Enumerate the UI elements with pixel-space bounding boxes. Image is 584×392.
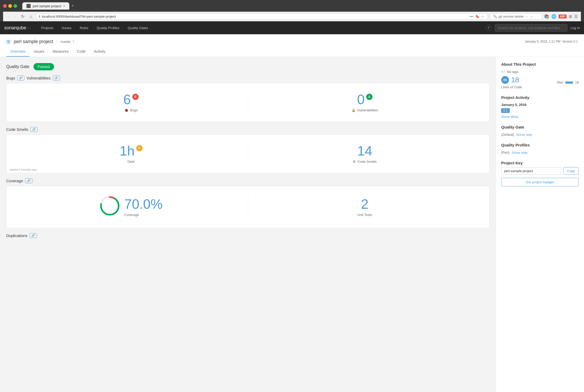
login-btn[interactable]: Log In: [571, 26, 580, 30]
nav-quality-profiles[interactable]: Quality Profiles: [92, 21, 123, 34]
about-title: About This Project: [501, 62, 579, 66]
coverage-metric: 70.0% Coverage: [14, 191, 248, 222]
project-key-input[interactable]: [501, 167, 561, 175]
coverage-card: 70.0% Coverage 2: [6, 186, 490, 228]
nav-quality-gates[interactable]: Quality Gates: [124, 21, 152, 34]
debt-label: Debt: [127, 160, 134, 164]
nav-issues[interactable]: Issues: [58, 21, 76, 34]
vuln-rating-badge: A: [366, 94, 372, 100]
new-tab-btn[interactable]: +: [69, 2, 76, 10]
lock-icon: 🔒: [351, 108, 356, 112]
side-panel: About This Project 🏷 No tags XS 18 Lines…: [496, 57, 584, 392]
sidebar-quality-profiles-title: Quality Profiles: [501, 143, 579, 147]
quality-gate-status: Passed: [33, 63, 54, 70]
lang-bar: [565, 82, 573, 84]
quality-gate-row: Quality Gate Passed: [6, 63, 490, 70]
nav-rules[interactable]: Rules: [76, 21, 92, 34]
quality-gate-link[interactable]: Sonar way: [516, 133, 532, 137]
bookmark-icon[interactable]: 🔖: [475, 15, 479, 18]
search-icon: 🔍: [493, 15, 497, 18]
tab-issues[interactable]: Issues: [30, 47, 48, 57]
help-btn[interactable]: ?: [485, 25, 492, 31]
sidebar-toggle-icon[interactable]: ⊞: [569, 14, 572, 19]
lang-row: Perl 18: [557, 80, 579, 84]
code-smells-link-icon[interactable]: 🔗: [30, 127, 38, 132]
branch-info: master ?: [60, 40, 74, 44]
tag-icon: 🏷: [501, 70, 505, 74]
loc-count: 18: [511, 76, 519, 84]
bugs-label: 🐞 Bugs: [124, 108, 138, 112]
maximize-window-btn[interactable]: [13, 4, 17, 8]
address-text: localhost:9000/dashboard?id=perl-sample-…: [42, 15, 468, 18]
tab-activity[interactable]: Activity: [90, 47, 110, 57]
bugs-vulnerabilities-section: Bugs 🔗 Vulnerabilities 🔗 6 E 🐞 Bugs: [6, 76, 490, 122]
menu-icon[interactable]: ☰: [574, 14, 578, 19]
activity-title: Project Activity: [501, 95, 579, 100]
nav-projects[interactable]: Projects: [37, 21, 58, 34]
quality-gate-label: Quality Gate: [6, 64, 29, 69]
about-project-section: About This Project 🏷 No tags XS 18 Lines…: [501, 62, 579, 89]
smells-icon: ⚙: [353, 160, 356, 164]
bugs-vuln-card: 6 E 🐞 Bugs 0 A: [6, 83, 490, 122]
code-smells-section: Code Smells 🔗 1h C Debt: [6, 127, 490, 173]
duplications-link-icon[interactable]: 🔗: [30, 233, 37, 238]
project-icon: ⊞: [6, 38, 11, 45]
app-nav: sonarqube~~~ Projects Issues Rules Quali…: [0, 21, 584, 34]
tab-overview[interactable]: Overview: [6, 47, 30, 57]
project-key-input-row: Copy: [501, 167, 579, 175]
project-activity-section: Project Activity January 5, 2019 0.1 Sho…: [501, 95, 579, 119]
address-bar[interactable]: ℹ localhost:9000/dashboard?id=perl-sampl…: [36, 13, 488, 20]
back-btn[interactable]: ‹: [6, 14, 11, 19]
abp-badge[interactable]: ABP: [559, 15, 567, 18]
bugs-link-icon[interactable]: 🔗: [17, 76, 24, 80]
unit-tests-label: Unit Tests: [357, 213, 372, 217]
address-more-btn[interactable]: •••: [470, 15, 473, 18]
show-more-link[interactable]: Show More: [501, 115, 518, 119]
coverage-value-display: 70.0%: [124, 197, 162, 211]
close-window-btn[interactable]: [3, 4, 7, 8]
forward-btn[interactable]: ›: [13, 14, 17, 19]
code-smells-card-wrapper: 1h C Debt 14: [6, 134, 490, 173]
project-name: perl sample project: [14, 39, 53, 44]
main-panel: Quality Gate Passed Bugs 🔗 Vulnerabiliti…: [0, 57, 496, 392]
tab-measures[interactable]: Measures: [49, 47, 73, 57]
bugs-rating-badge: E: [132, 94, 139, 100]
star-icon[interactable]: ☆: [481, 15, 485, 18]
get-badges-btn[interactable]: Get project badges: [501, 178, 579, 186]
bugs-metric: 6 E 🐞 Bugs: [14, 89, 248, 116]
bug-icon: 🐞: [124, 108, 128, 112]
home-btn[interactable]: ⌂: [28, 14, 34, 19]
browser-search-bar[interactable]: 🔍 git remote delete → →: [490, 13, 542, 20]
unit-tests-value: 2: [361, 197, 369, 211]
tab-close-btn[interactable]: ×: [63, 4, 65, 8]
loc-badge: XS: [501, 76, 509, 84]
vuln-link-icon[interactable]: 🔗: [53, 76, 60, 80]
minimize-window-btn[interactable]: [8, 4, 12, 8]
reload-btn[interactable]: ↻: [19, 13, 26, 19]
quality-profiles-prefix: (Perl): [501, 151, 510, 154]
vuln-label: 🔒 Vulnerabilities: [351, 108, 378, 112]
vuln-section-title: Vulnerabilities: [26, 76, 51, 80]
vuln-value-display: 0 A: [357, 93, 372, 106]
code-smells-card: 1h C Debt 14: [6, 134, 490, 173]
unit-tests-metric: 2 Unit Tests: [248, 191, 482, 222]
vuln-metric: 0 A 🔒 Vulnerabilities: [248, 89, 482, 116]
coverage-title: Coverage: [6, 179, 23, 183]
tab-code[interactable]: Code: [73, 47, 90, 57]
coverage-link-icon[interactable]: 🔗: [25, 178, 32, 183]
duplications-title: Duplications: [6, 233, 28, 238]
started-ago-text: started 4 minutes ago: [9, 168, 37, 171]
main-nav: Projects Issues Rules Quality Profiles Q…: [37, 21, 152, 34]
library-icon[interactable]: 📚: [544, 14, 549, 19]
copy-btn[interactable]: Copy: [563, 167, 579, 175]
branch-name: master: [60, 40, 71, 44]
sidebar-quality-gate-section: Quality Gate (Default) Sonar way: [501, 125, 579, 137]
branch-help-icon[interactable]: ?: [72, 40, 74, 44]
project-header: ⊞ perl sample project ⁝ master ? January…: [0, 34, 584, 57]
globe-icon[interactable]: 🌐: [551, 14, 556, 19]
global-search-input[interactable]: [495, 24, 567, 32]
debt-metric: 1h C Debt: [14, 140, 248, 168]
browser-tab-active[interactable]: perl sample project ×: [22, 2, 69, 10]
coverage-circle: [99, 195, 120, 216]
quality-profiles-link[interactable]: Sonar way: [512, 151, 527, 154]
